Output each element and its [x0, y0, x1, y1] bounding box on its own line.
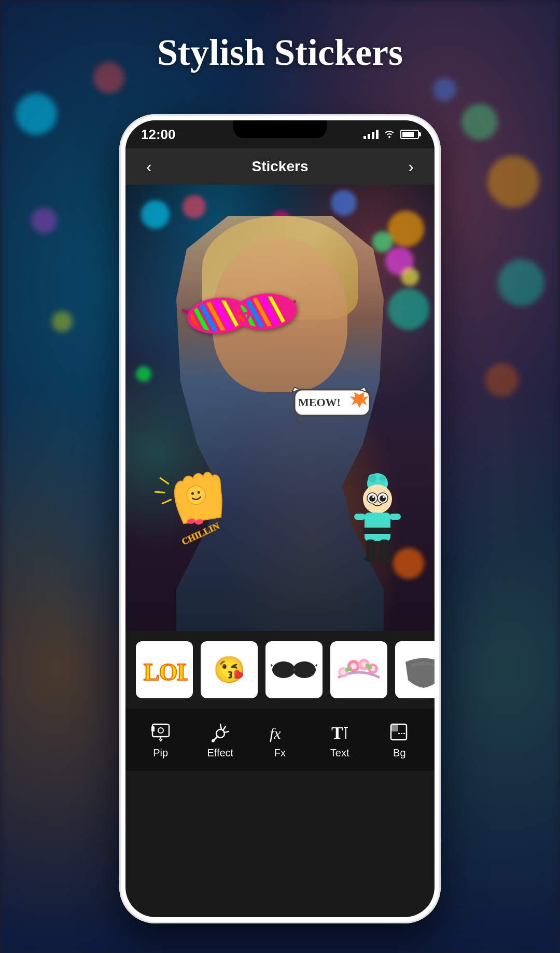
svg-text:MEOW!: MEOW!	[298, 396, 341, 409]
sticker-hand-chillin[interactable]: CHILLIN	[149, 445, 257, 555]
svg-rect-52	[389, 514, 401, 520]
bokeh-dot	[433, 78, 456, 101]
battery-icon	[400, 130, 419, 139]
fx-icon: fx	[269, 721, 291, 744]
svg-rect-48	[380, 540, 389, 558]
bg-icon	[388, 721, 411, 744]
svg-point-73	[158, 728, 163, 733]
svg-point-60	[341, 670, 346, 675]
tool-fx[interactable]: fx Fx	[259, 721, 301, 759]
sticker-meow[interactable]: MEOW!	[292, 387, 375, 431]
sticker-item-beard[interactable]	[395, 641, 435, 698]
effect-icon	[209, 721, 232, 744]
svg-rect-45	[365, 513, 390, 541]
bokeh-dot	[52, 311, 73, 332]
photo-bokeh	[183, 195, 206, 218]
svg-line-22	[155, 490, 165, 494]
svg-text:T: T	[331, 723, 343, 742]
tool-effect[interactable]: Effect	[200, 721, 241, 759]
svg-rect-86	[391, 724, 398, 731]
svg-line-20	[295, 300, 296, 302]
page-title: Stylish Stickers	[0, 31, 560, 74]
bottom-toolbar: Pip Effect	[125, 709, 435, 771]
pip-label: Pip	[153, 747, 168, 759]
wifi-icon	[384, 129, 395, 141]
tool-text[interactable]: T Text	[319, 721, 360, 759]
svg-point-54	[272, 661, 295, 678]
svg-rect-72	[151, 726, 155, 731]
svg-point-49	[365, 556, 377, 562]
photo-bokeh	[372, 231, 393, 252]
svg-point-80	[212, 739, 215, 742]
svg-point-36	[368, 474, 376, 482]
tool-bg[interactable]: Bg	[379, 721, 420, 759]
bokeh-dot	[16, 93, 57, 135]
bokeh-dot	[487, 156, 539, 208]
sticker-item-flower-crown[interactable]	[330, 641, 387, 698]
text-label: Text	[330, 747, 349, 759]
bokeh-dot	[461, 104, 498, 140]
text-icon: T	[328, 721, 351, 744]
svg-line-75	[220, 724, 221, 729]
svg-text:fx: fx	[270, 725, 281, 742]
pip-icon	[149, 721, 172, 744]
effect-label: Effect	[207, 747, 233, 759]
svg-point-37	[380, 475, 386, 481]
svg-line-19	[182, 310, 188, 313]
photo-bokeh	[388, 211, 424, 247]
photo-bokeh	[388, 288, 429, 330]
tool-pip[interactable]: Pip	[140, 721, 181, 759]
sticker-lol-doll[interactable]	[346, 473, 409, 569]
back-button[interactable]: ‹	[141, 152, 157, 182]
fx-label: Fx	[274, 747, 286, 759]
sticker-item-lol[interactable]: LOL	[136, 641, 193, 698]
svg-point-41	[369, 495, 375, 502]
svg-point-43	[372, 496, 374, 498]
svg-point-55	[293, 661, 316, 678]
photo-bokeh	[331, 190, 357, 216]
svg-line-79	[214, 736, 218, 740]
photo-bokeh	[401, 268, 419, 286]
bokeh-dot	[31, 208, 57, 233]
phone-notch	[233, 120, 327, 138]
svg-line-57	[271, 665, 272, 666]
svg-point-44	[383, 496, 385, 498]
status-icons	[363, 129, 419, 141]
svg-line-23	[161, 500, 172, 504]
svg-point-50	[378, 556, 390, 562]
svg-rect-51	[354, 514, 366, 520]
forward-button[interactable]: ›	[403, 152, 419, 182]
navigation-bar: ‹ Stickers ›	[125, 148, 435, 185]
svg-line-18	[235, 313, 249, 314]
nav-title: Stickers	[252, 158, 309, 175]
svg-line-21	[160, 476, 169, 485]
svg-rect-47	[366, 540, 375, 558]
photo-bokeh	[136, 366, 151, 382]
svg-point-42	[380, 495, 386, 502]
sticker-glasses[interactable]	[180, 281, 299, 351]
svg-line-58	[316, 665, 317, 666]
phone-frame: 12:00 ‹ Sticke	[119, 114, 441, 923]
photo-area[interactable]: CHILLIN MEOW!	[125, 185, 435, 631]
svg-rect-71	[152, 724, 169, 737]
photo-bokeh	[141, 200, 170, 229]
signal-icon	[363, 130, 379, 139]
sticker-picker-row: LOL 😘	[125, 631, 435, 709]
svg-rect-46	[363, 528, 392, 534]
phone-screen: 12:00 ‹ Sticke	[125, 120, 435, 917]
sticker-item-kiss[interactable]: 😘	[201, 641, 258, 698]
bg-label: Bg	[393, 747, 405, 759]
bokeh-dot	[485, 363, 519, 397]
svg-text:LOL: LOL	[144, 659, 188, 685]
svg-text:CHILLIN: CHILLIN	[180, 520, 221, 547]
sticker-item-sunglasses[interactable]	[265, 641, 323, 698]
bokeh-dot	[498, 259, 544, 306]
status-time: 12:00	[141, 127, 176, 143]
